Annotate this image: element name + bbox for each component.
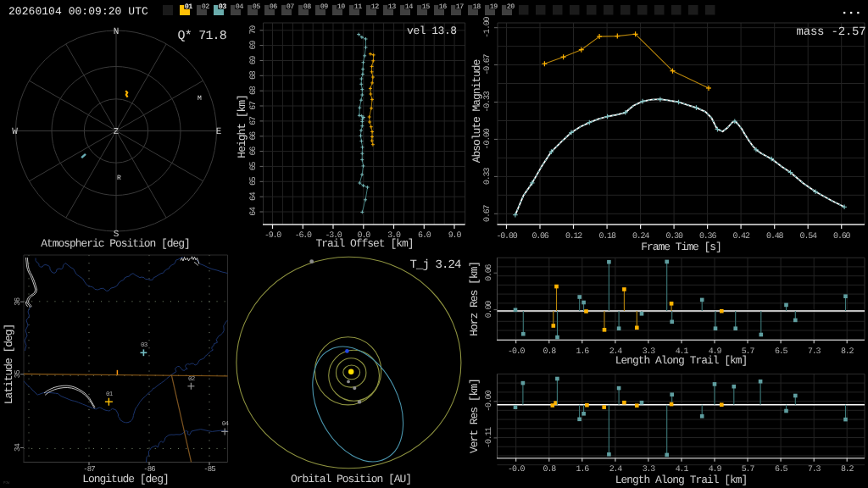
svg-text:20260104 00:09:20 UTC: 20260104 00:09:20 UTC	[8, 5, 148, 18]
svg-text:0.60: 0.60	[833, 232, 850, 241]
svg-text:Length Along Trail [km]: Length Along Trail [km]	[615, 474, 747, 486]
svg-text:-1.00: -1.00	[483, 17, 492, 38]
svg-text:-85: -85	[203, 465, 215, 474]
svg-text:1.6: 1.6	[576, 347, 590, 357]
svg-text:70: 70	[249, 25, 259, 35]
svg-text:69: 69	[249, 56, 259, 65]
svg-text:6.5: 6.5	[775, 465, 788, 474]
svg-text:Atmospheric Position [deg]: Atmospheric Position [deg]	[41, 237, 190, 250]
svg-text:0.8: 0.8	[543, 465, 557, 474]
svg-text:-0.11: -0.11	[485, 427, 494, 448]
svg-text:19: 19	[490, 3, 498, 11]
svg-text:N: N	[114, 27, 120, 37]
svg-text:W: W	[12, 127, 18, 137]
svg-text:68: 68	[249, 70, 259, 80]
svg-text:34: 34	[14, 443, 22, 452]
svg-text:-0.0: -0.0	[508, 465, 525, 474]
svg-text:-0.67: -0.67	[483, 53, 492, 75]
svg-text:10: 10	[337, 3, 345, 11]
svg-text:07: 07	[287, 3, 294, 11]
svg-text:67: 67	[249, 116, 259, 125]
svg-text:Height [km]: Height [km]	[236, 95, 248, 158]
svg-text:04: 04	[222, 420, 230, 428]
svg-text:67: 67	[249, 101, 259, 110]
svg-text:T_j 3.24: T_j 3.24	[409, 258, 461, 272]
svg-text:0.06: 0.06	[485, 263, 494, 280]
svg-text:01: 01	[185, 3, 192, 11]
svg-text:0.54: 0.54	[800, 232, 817, 241]
svg-text:PJW: PJW	[3, 481, 10, 485]
svg-text:vel 13.8: vel 13.8	[407, 25, 456, 37]
svg-text:8.2: 8.2	[841, 347, 854, 357]
svg-text:mass -2.57: mass -2.57	[796, 25, 865, 39]
svg-text:Frame Time [s]: Frame Time [s]	[641, 241, 721, 253]
svg-text:14: 14	[405, 3, 413, 11]
svg-text:06: 06	[270, 3, 277, 11]
svg-text:04: 04	[236, 3, 243, 11]
svg-text:Q* 71.8: Q* 71.8	[178, 29, 227, 43]
svg-text:-0.00: -0.00	[496, 232, 517, 241]
svg-text:Absolute Magnitude: Absolute Magnitude	[470, 59, 483, 163]
svg-text:Latitude [deg]: Latitude [deg]	[3, 324, 15, 405]
svg-text:Longitude [deg]: Longitude [deg]	[82, 473, 168, 485]
svg-text:9.0: 9.0	[448, 231, 462, 241]
svg-text:08: 08	[303, 3, 311, 11]
svg-text:-0.0: -0.0	[508, 347, 525, 357]
svg-text:7.3: 7.3	[808, 347, 821, 357]
svg-text:20: 20	[507, 3, 515, 11]
svg-text:16: 16	[439, 3, 447, 11]
svg-text:64: 64	[249, 207, 259, 216]
svg-text:-6.0: -6.0	[295, 231, 312, 241]
svg-text:1.6: 1.6	[576, 465, 590, 474]
svg-text:E: E	[216, 127, 222, 137]
svg-text:09: 09	[320, 3, 328, 11]
svg-text:8.2: 8.2	[841, 465, 854, 474]
svg-text:Z: Z	[114, 127, 119, 137]
svg-text:02: 02	[202, 3, 209, 11]
svg-text:65: 65	[249, 176, 259, 186]
svg-text:18: 18	[473, 3, 481, 11]
svg-text:0.06: 0.06	[531, 232, 548, 241]
svg-text:0.18: 0.18	[598, 232, 615, 241]
svg-text:0.00: 0.00	[485, 301, 494, 318]
svg-text:05: 05	[253, 3, 260, 11]
svg-text:0.8: 0.8	[543, 347, 557, 357]
svg-text:0.42: 0.42	[732, 232, 749, 241]
svg-text:03: 03	[141, 341, 148, 349]
svg-text:-0.33: -0.33	[483, 91, 492, 112]
svg-text:-0.00: -0.00	[483, 128, 492, 149]
svg-text:12: 12	[371, 3, 379, 11]
svg-text:36: 36	[14, 297, 22, 306]
svg-text:0.12: 0.12	[565, 232, 582, 241]
svg-text:0.67: 0.67	[483, 205, 492, 222]
svg-text:R: R	[117, 175, 121, 182]
svg-text:68: 68	[249, 86, 259, 95]
svg-text:Orbital Position [AU]: Orbital Position [AU]	[291, 473, 411, 485]
svg-text:Vert Res [km]: Vert Res [km]	[468, 379, 481, 453]
svg-text:-9.0: -9.0	[264, 231, 281, 241]
svg-text:64: 64	[249, 191, 259, 201]
svg-text:69: 69	[249, 41, 259, 50]
svg-text:66: 66	[249, 131, 259, 141]
svg-text:17: 17	[456, 3, 464, 11]
svg-text:0.48: 0.48	[766, 232, 783, 241]
svg-text:7.3: 7.3	[808, 465, 821, 474]
svg-text:11: 11	[354, 3, 362, 11]
svg-text:35: 35	[14, 370, 22, 379]
svg-text:M: M	[198, 95, 202, 103]
svg-text:-0.00: -0.00	[485, 391, 494, 412]
svg-text:66: 66	[249, 147, 259, 156]
svg-text:Trail Offset [km]: Trail Offset [km]	[316, 237, 414, 250]
svg-text:0.33: 0.33	[483, 168, 492, 185]
svg-text:6.0: 6.0	[418, 231, 431, 241]
svg-text:6.5: 6.5	[775, 347, 788, 357]
svg-text:15: 15	[422, 3, 430, 11]
svg-text:65: 65	[249, 161, 259, 170]
svg-text:02: 02	[188, 375, 195, 383]
svg-text:03: 03	[219, 3, 226, 11]
svg-text:01: 01	[106, 391, 114, 398]
svg-text:Length Along Trail [km]: Length Along Trail [km]	[615, 354, 747, 367]
svg-text:13: 13	[388, 3, 396, 11]
svg-text:Horz Res [km]: Horz Res [km]	[468, 262, 481, 336]
